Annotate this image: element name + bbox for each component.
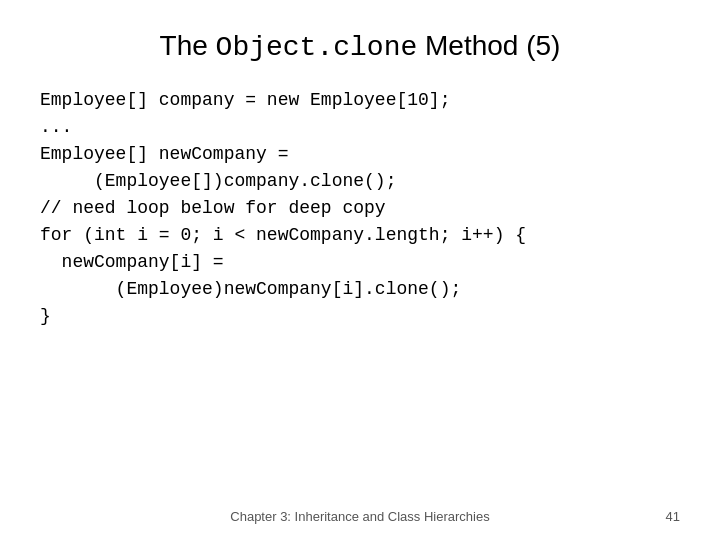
- code-line-2: ...: [40, 114, 680, 141]
- title-suffix: Method (5): [417, 30, 560, 61]
- title-code: Object.clone: [216, 32, 418, 63]
- code-block: Employee[] company = new Employee[10]; .…: [40, 87, 680, 330]
- footer-chapter: Chapter 3: Inheritance and Class Hierarc…: [230, 509, 489, 524]
- title-prefix: The: [160, 30, 216, 61]
- code-line-6: for (int i = 0; i < newCompany.length; i…: [40, 222, 680, 249]
- footer-page: 41: [666, 509, 680, 524]
- code-line-9: }: [40, 303, 680, 330]
- slide: The Object.clone Method (5) Employee[] c…: [0, 0, 720, 540]
- code-line-5: // need loop below for deep copy: [40, 195, 680, 222]
- code-line-7: newCompany[i] =: [40, 249, 680, 276]
- footer: Chapter 3: Inheritance and Class Hierarc…: [0, 509, 720, 524]
- code-line-3: Employee[] newCompany =: [40, 141, 680, 168]
- code-line-1: Employee[] company = new Employee[10];: [40, 87, 680, 114]
- code-line-4: (Employee[])company.clone();: [40, 168, 680, 195]
- slide-title: The Object.clone Method (5): [40, 30, 680, 63]
- code-line-8: (Employee)newCompany[i].clone();: [40, 276, 680, 303]
